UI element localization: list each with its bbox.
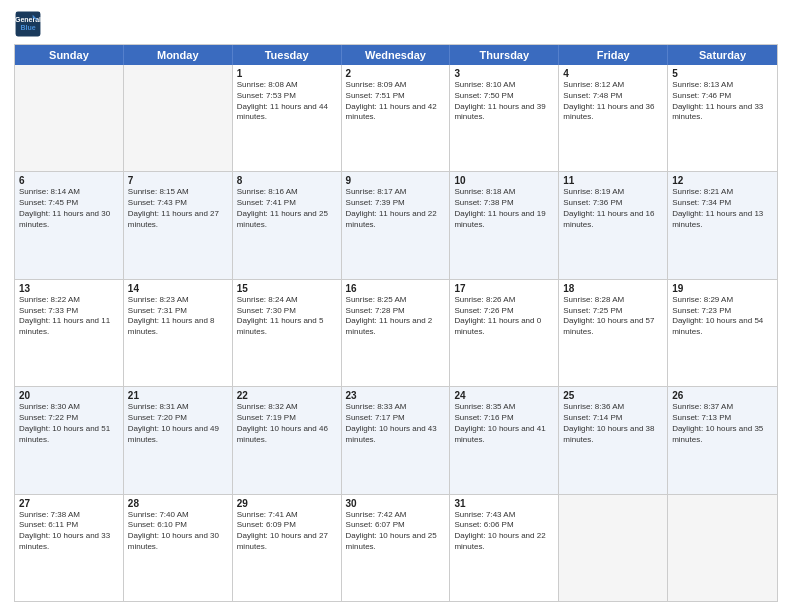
day-number: 19 xyxy=(672,283,773,294)
day-number: 21 xyxy=(128,390,228,401)
calendar-row-4: 27Sunrise: 7:38 AM Sunset: 6:11 PM Dayli… xyxy=(15,494,777,601)
calendar-cell: 3Sunrise: 8:10 AM Sunset: 7:50 PM Daylig… xyxy=(450,65,559,171)
day-number: 5 xyxy=(672,68,773,79)
logo: General Blue xyxy=(14,10,46,38)
day-number: 6 xyxy=(19,175,119,186)
cell-info: Sunrise: 8:23 AM Sunset: 7:31 PM Dayligh… xyxy=(128,295,228,338)
weekday-header-sunday: Sunday xyxy=(15,45,124,65)
calendar-cell: 6Sunrise: 8:14 AM Sunset: 7:45 PM Daylig… xyxy=(15,172,124,278)
calendar-row-0: 1Sunrise: 8:08 AM Sunset: 7:53 PM Daylig… xyxy=(15,65,777,171)
calendar-cell: 4Sunrise: 8:12 AM Sunset: 7:48 PM Daylig… xyxy=(559,65,668,171)
day-number: 23 xyxy=(346,390,446,401)
cell-info: Sunrise: 8:24 AM Sunset: 7:30 PM Dayligh… xyxy=(237,295,337,338)
day-number: 27 xyxy=(19,498,119,509)
cell-info: Sunrise: 8:33 AM Sunset: 7:17 PM Dayligh… xyxy=(346,402,446,445)
cell-info: Sunrise: 8:35 AM Sunset: 7:16 PM Dayligh… xyxy=(454,402,554,445)
cell-info: Sunrise: 8:29 AM Sunset: 7:23 PM Dayligh… xyxy=(672,295,773,338)
calendar-cell: 31Sunrise: 7:43 AM Sunset: 6:06 PM Dayli… xyxy=(450,495,559,601)
cell-info: Sunrise: 8:16 AM Sunset: 7:41 PM Dayligh… xyxy=(237,187,337,230)
cell-info: Sunrise: 7:41 AM Sunset: 6:09 PM Dayligh… xyxy=(237,510,337,553)
calendar-cell: 7Sunrise: 8:15 AM Sunset: 7:43 PM Daylig… xyxy=(124,172,233,278)
day-number: 25 xyxy=(563,390,663,401)
day-number: 24 xyxy=(454,390,554,401)
calendar-cell: 29Sunrise: 7:41 AM Sunset: 6:09 PM Dayli… xyxy=(233,495,342,601)
cell-info: Sunrise: 8:21 AM Sunset: 7:34 PM Dayligh… xyxy=(672,187,773,230)
cell-info: Sunrise: 8:13 AM Sunset: 7:46 PM Dayligh… xyxy=(672,80,773,123)
calendar-cell xyxy=(124,65,233,171)
cell-info: Sunrise: 8:17 AM Sunset: 7:39 PM Dayligh… xyxy=(346,187,446,230)
day-number: 20 xyxy=(19,390,119,401)
calendar-row-1: 6Sunrise: 8:14 AM Sunset: 7:45 PM Daylig… xyxy=(15,171,777,278)
calendar-cell xyxy=(15,65,124,171)
cell-info: Sunrise: 8:32 AM Sunset: 7:19 PM Dayligh… xyxy=(237,402,337,445)
day-number: 15 xyxy=(237,283,337,294)
calendar-cell: 27Sunrise: 7:38 AM Sunset: 6:11 PM Dayli… xyxy=(15,495,124,601)
calendar-cell xyxy=(559,495,668,601)
day-number: 26 xyxy=(672,390,773,401)
cell-info: Sunrise: 8:19 AM Sunset: 7:36 PM Dayligh… xyxy=(563,187,663,230)
cell-info: Sunrise: 8:28 AM Sunset: 7:25 PM Dayligh… xyxy=(563,295,663,338)
day-number: 29 xyxy=(237,498,337,509)
day-number: 16 xyxy=(346,283,446,294)
weekday-header-saturday: Saturday xyxy=(668,45,777,65)
cell-info: Sunrise: 8:15 AM Sunset: 7:43 PM Dayligh… xyxy=(128,187,228,230)
day-number: 31 xyxy=(454,498,554,509)
calendar-cell: 5Sunrise: 8:13 AM Sunset: 7:46 PM Daylig… xyxy=(668,65,777,171)
calendar-row-3: 20Sunrise: 8:30 AM Sunset: 7:22 PM Dayli… xyxy=(15,386,777,493)
weekday-header-friday: Friday xyxy=(559,45,668,65)
day-number: 2 xyxy=(346,68,446,79)
page-header: General Blue xyxy=(14,10,778,38)
calendar-cell: 21Sunrise: 8:31 AM Sunset: 7:20 PM Dayli… xyxy=(124,387,233,493)
cell-info: Sunrise: 8:09 AM Sunset: 7:51 PM Dayligh… xyxy=(346,80,446,123)
calendar-cell: 17Sunrise: 8:26 AM Sunset: 7:26 PM Dayli… xyxy=(450,280,559,386)
day-number: 7 xyxy=(128,175,228,186)
calendar-cell: 28Sunrise: 7:40 AM Sunset: 6:10 PM Dayli… xyxy=(124,495,233,601)
day-number: 14 xyxy=(128,283,228,294)
calendar-cell: 9Sunrise: 8:17 AM Sunset: 7:39 PM Daylig… xyxy=(342,172,451,278)
day-number: 8 xyxy=(237,175,337,186)
cell-info: Sunrise: 8:12 AM Sunset: 7:48 PM Dayligh… xyxy=(563,80,663,123)
cell-info: Sunrise: 7:42 AM Sunset: 6:07 PM Dayligh… xyxy=(346,510,446,553)
day-number: 18 xyxy=(563,283,663,294)
calendar-cell: 20Sunrise: 8:30 AM Sunset: 7:22 PM Dayli… xyxy=(15,387,124,493)
calendar-cell: 14Sunrise: 8:23 AM Sunset: 7:31 PM Dayli… xyxy=(124,280,233,386)
day-number: 9 xyxy=(346,175,446,186)
day-number: 1 xyxy=(237,68,337,79)
cell-info: Sunrise: 8:36 AM Sunset: 7:14 PM Dayligh… xyxy=(563,402,663,445)
cell-info: Sunrise: 8:30 AM Sunset: 7:22 PM Dayligh… xyxy=(19,402,119,445)
calendar-cell xyxy=(668,495,777,601)
weekday-header-tuesday: Tuesday xyxy=(233,45,342,65)
cell-info: Sunrise: 8:37 AM Sunset: 7:13 PM Dayligh… xyxy=(672,402,773,445)
cell-info: Sunrise: 8:18 AM Sunset: 7:38 PM Dayligh… xyxy=(454,187,554,230)
day-number: 13 xyxy=(19,283,119,294)
day-number: 17 xyxy=(454,283,554,294)
day-number: 10 xyxy=(454,175,554,186)
calendar-body: 1Sunrise: 8:08 AM Sunset: 7:53 PM Daylig… xyxy=(15,65,777,601)
calendar-cell: 22Sunrise: 8:32 AM Sunset: 7:19 PM Dayli… xyxy=(233,387,342,493)
cell-info: Sunrise: 8:14 AM Sunset: 7:45 PM Dayligh… xyxy=(19,187,119,230)
day-number: 11 xyxy=(563,175,663,186)
cell-info: Sunrise: 8:22 AM Sunset: 7:33 PM Dayligh… xyxy=(19,295,119,338)
calendar-cell: 16Sunrise: 8:25 AM Sunset: 7:28 PM Dayli… xyxy=(342,280,451,386)
calendar-cell: 15Sunrise: 8:24 AM Sunset: 7:30 PM Dayli… xyxy=(233,280,342,386)
calendar-cell: 13Sunrise: 8:22 AM Sunset: 7:33 PM Dayli… xyxy=(15,280,124,386)
calendar: SundayMondayTuesdayWednesdayThursdayFrid… xyxy=(14,44,778,602)
cell-info: Sunrise: 7:40 AM Sunset: 6:10 PM Dayligh… xyxy=(128,510,228,553)
cell-info: Sunrise: 8:25 AM Sunset: 7:28 PM Dayligh… xyxy=(346,295,446,338)
cell-info: Sunrise: 8:31 AM Sunset: 7:20 PM Dayligh… xyxy=(128,402,228,445)
calendar-cell: 18Sunrise: 8:28 AM Sunset: 7:25 PM Dayli… xyxy=(559,280,668,386)
cell-info: Sunrise: 8:10 AM Sunset: 7:50 PM Dayligh… xyxy=(454,80,554,123)
day-number: 28 xyxy=(128,498,228,509)
day-number: 4 xyxy=(563,68,663,79)
calendar-cell: 10Sunrise: 8:18 AM Sunset: 7:38 PM Dayli… xyxy=(450,172,559,278)
svg-text:Blue: Blue xyxy=(20,24,35,31)
calendar-header: SundayMondayTuesdayWednesdayThursdayFrid… xyxy=(15,45,777,65)
weekday-header-thursday: Thursday xyxy=(450,45,559,65)
calendar-cell: 12Sunrise: 8:21 AM Sunset: 7:34 PM Dayli… xyxy=(668,172,777,278)
day-number: 30 xyxy=(346,498,446,509)
cell-info: Sunrise: 8:26 AM Sunset: 7:26 PM Dayligh… xyxy=(454,295,554,338)
weekday-header-monday: Monday xyxy=(124,45,233,65)
calendar-cell: 25Sunrise: 8:36 AM Sunset: 7:14 PM Dayli… xyxy=(559,387,668,493)
calendar-cell: 23Sunrise: 8:33 AM Sunset: 7:17 PM Dayli… xyxy=(342,387,451,493)
calendar-cell: 24Sunrise: 8:35 AM Sunset: 7:16 PM Dayli… xyxy=(450,387,559,493)
